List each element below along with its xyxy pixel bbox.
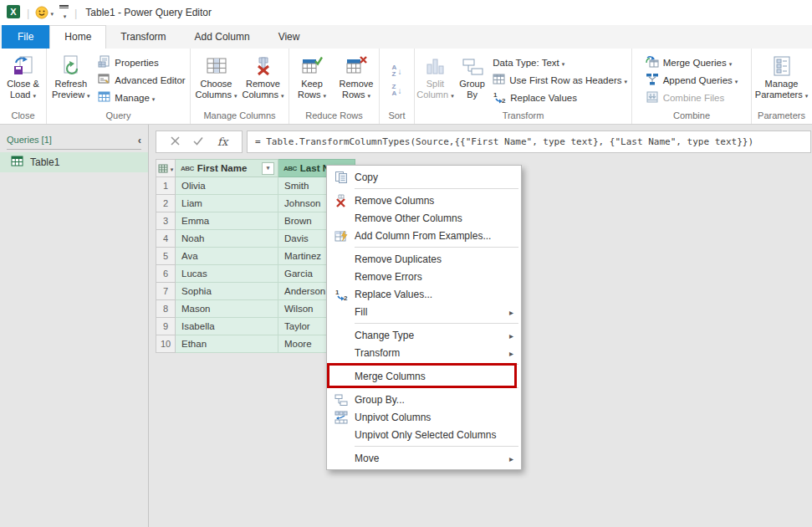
row-number[interactable]: 7 (156, 283, 176, 300)
column-header-first-name[interactable]: ABC First Name (176, 159, 278, 177)
combine-files-button[interactable]: Combine Files (642, 89, 742, 106)
group-label-combine: Combine (632, 110, 751, 124)
smiley-dropdown-caret-icon (49, 7, 54, 18)
cell-first-name[interactable]: Ava (176, 248, 278, 265)
menu-separator (355, 387, 518, 388)
properties-button[interactable]: Properties (94, 54, 188, 71)
select-all-table-button[interactable] (156, 159, 176, 177)
copy-icon (327, 171, 355, 184)
row-number[interactable]: 9 (156, 318, 176, 335)
menu-item-copy[interactable]: Copy (327, 168, 521, 186)
query-item-label: Table1 (30, 156, 59, 168)
title-bar: X | | Table1 - Power Query Editor (0, 0, 812, 25)
remove-rows-label: Remove Rows (335, 79, 378, 101)
use-first-row-label: Use First Row as Headers (509, 75, 627, 85)
replace-values-icon: 12 (327, 288, 355, 301)
qat-caret-icon (62, 9, 67, 21)
menu-item-merge-columns[interactable]: Merge Columns (327, 367, 521, 385)
choose-columns-label: Choose Columns (193, 79, 239, 101)
sort-descending-button[interactable]: ZA (390, 82, 405, 99)
menu-item-remove-columns[interactable]: Remove Columns (327, 192, 521, 209)
row-number[interactable]: 2 (156, 195, 176, 212)
column-context-menu: Copy Remove Columns Remove Other Columns… (326, 165, 522, 470)
group-by-button[interactable]: Group By (456, 51, 488, 100)
formula-input[interactable]: = Table.TransformColumnTypes(Source,{{"F… (247, 130, 811, 153)
merge-queries-button[interactable]: Merge Queries (642, 54, 742, 71)
cell-first-name[interactable]: Liam (176, 195, 278, 212)
tab-home[interactable]: Home (49, 25, 106, 49)
cell-first-name[interactable]: Noah (176, 230, 278, 248)
properties-icon (98, 55, 110, 69)
remove-rows-button[interactable]: Remove Rows (335, 51, 378, 101)
manage-parameters-button[interactable]: Manage Parameters (756, 51, 808, 101)
menu-item-change-type[interactable]: Change Type (327, 326, 521, 344)
group-label-query: Query (47, 110, 190, 124)
row-number[interactable]: 6 (156, 265, 176, 283)
tab-file[interactable]: File (2, 25, 49, 49)
collapse-pane-chevron-icon[interactable]: ‹ (138, 134, 141, 146)
close-load-label: Close & Load (1, 79, 45, 101)
column-filter-button[interactable] (262, 162, 274, 175)
row-number[interactable]: 5 (156, 248, 176, 265)
tab-add-column[interactable]: Add Column (181, 25, 264, 49)
menu-item-unpivot-only-selected[interactable]: Unpivot Only Selected Columns (327, 426, 521, 443)
manage-parameters-icon (771, 53, 793, 79)
row-number[interactable]: 3 (156, 212, 176, 230)
tab-transform[interactable]: Transform (106, 25, 180, 49)
cancel-formula-icon[interactable] (171, 136, 180, 148)
merge-queries-label: Merge Queries (663, 58, 733, 68)
row-number[interactable]: 8 (156, 300, 176, 318)
row-number[interactable]: 4 (156, 230, 176, 248)
menu-item-unpivot-columns[interactable]: Unpivot Columns (327, 408, 521, 426)
menu-item-move[interactable]: Move (327, 449, 521, 467)
menu-item-transform[interactable]: Transform (327, 344, 521, 361)
ribbon-group-reduce-rows: Keep Rows Remove Rows Reduce Rows (289, 49, 380, 124)
menu-item-remove-errors[interactable]: Remove Errors (327, 268, 521, 285)
quick-access-toolbar-button[interactable] (59, 5, 69, 21)
append-queries-button[interactable]: Append Queries (642, 71, 742, 89)
remove-columns-button[interactable]: Remove Columns (240, 51, 286, 101)
row-number[interactable]: 10 (156, 335, 176, 353)
replace-values-button[interactable]: 12 Replace Values (489, 89, 631, 106)
cell-first-name[interactable]: Ethan (176, 335, 278, 353)
cell-first-name[interactable]: Lucas (176, 265, 278, 283)
titlebar-divider: | (74, 7, 77, 19)
group-by-icon (327, 393, 355, 407)
cell-first-name[interactable]: Olivia (176, 177, 278, 195)
close-and-load-button[interactable]: Close & Load (1, 51, 45, 101)
ribbon-group-close: Close & Load Close (0, 49, 47, 124)
row-number[interactable]: 1 (156, 177, 176, 195)
manage-table-icon (98, 90, 110, 105)
commit-formula-icon[interactable] (193, 136, 203, 148)
advanced-editor-button[interactable]: Advanced Editor (94, 71, 188, 89)
window-title: Table1 - Power Query Editor (85, 7, 212, 18)
feedback-smiley-button[interactable] (35, 6, 54, 19)
manage-button[interactable]: Manage (94, 89, 188, 106)
tab-view[interactable]: View (264, 25, 314, 49)
replace-values-label: Replace Values (510, 93, 577, 103)
query-list-item-table1[interactable]: Table1 (0, 152, 148, 172)
add-column-from-examples-icon (327, 229, 355, 243)
menu-item-fill[interactable]: Fill (327, 303, 521, 320)
menu-separator (355, 364, 518, 365)
cell-first-name[interactable]: Sophia (176, 283, 278, 300)
menu-item-replace-values[interactable]: 12 Replace Values... (327, 285, 521, 303)
choose-columns-button[interactable]: Choose Columns (193, 51, 239, 101)
menu-item-add-column-from-examples[interactable]: Add Column From Examples... (327, 227, 521, 244)
data-type-button[interactable]: Data Type: Text (489, 54, 631, 71)
sort-ascending-button[interactable]: AZ (390, 63, 405, 79)
svg-text:1: 1 (335, 289, 340, 296)
cell-first-name[interactable]: Mason (176, 300, 278, 318)
cell-first-name[interactable]: Emma (176, 212, 278, 230)
ribbon-group-manage-columns: Choose Columns Remove Columns Manage Col… (191, 49, 289, 124)
menu-item-group-by[interactable]: Group By... (327, 391, 521, 408)
group-by-label: Group By (456, 79, 488, 100)
keep-rows-button[interactable]: Keep Rows (290, 51, 334, 101)
refresh-preview-button[interactable]: Refresh Preview (48, 51, 94, 101)
menu-item-remove-duplicates[interactable]: Remove Duplicates (327, 250, 521, 268)
use-first-row-as-headers-button[interactable]: Use First Row as Headers (489, 71, 631, 89)
menu-item-remove-other-columns[interactable]: Remove Other Columns (327, 209, 521, 227)
ribbon-group-combine: Merge Queries Append Queries Combine Fil… (632, 49, 752, 124)
cell-first-name[interactable]: Isabella (176, 318, 278, 335)
split-column-button[interactable]: Split Column (416, 51, 455, 101)
